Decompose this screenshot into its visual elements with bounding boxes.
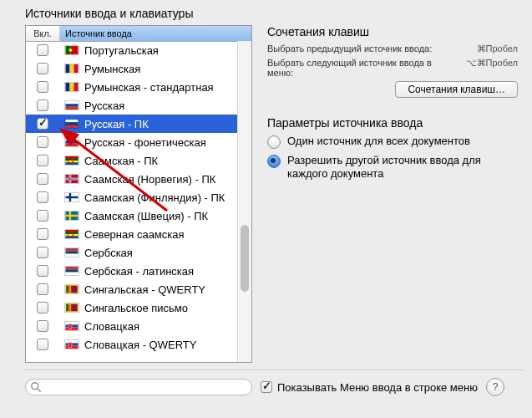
list-item[interactable]: Сербская - латинская [26,262,251,280]
list-item[interactable]: Румынская - стандартная [26,78,251,96]
list-item[interactable]: Саамская - ПК [26,151,251,170]
enable-checkbox[interactable] [37,302,48,314]
svg-rect-6 [66,83,70,91]
svg-rect-45 [66,269,79,272]
list-item[interactable]: Саамская (Норвегия) - ПК [26,170,251,188]
flag-icon [64,229,79,239]
svg-rect-11 [66,107,79,110]
enable-checkbox[interactable] [37,99,48,111]
radio-single-label: Один источник для всех документов [287,135,470,148]
flag-icon [64,247,79,257]
svg-rect-8 [74,83,79,91]
list-body[interactable]: ПортугальскаяРумынскаяРумынская - станда… [26,41,251,362]
list-item[interactable]: Саамская (Швеция) - ПК [26,206,251,225]
list-item[interactable]: Русская - фонетическая [26,133,251,151]
list-item[interactable]: Русская [26,96,251,115]
radio-single-source[interactable]: Один источник для всех документов [267,135,518,149]
source-name: Саамская (Норвегия) - ПК [84,173,215,186]
list-item[interactable]: Северная саамская [26,225,251,243]
svg-rect-34 [66,215,79,217]
svg-rect-44 [66,267,79,269]
flag-icon [64,155,79,166]
flag-icon [64,339,79,349]
source-name: Сербская - латинская [84,265,194,278]
flag-icon [64,321,79,331]
enable-checkbox[interactable] [37,173,48,185]
list-item[interactable]: Румынская [26,59,251,78]
flag-icon [64,82,79,92]
enable-checkbox[interactable] [37,265,48,277]
show-input-menu-checkbox[interactable] [261,381,272,393]
source-name: Сербская [84,247,133,259]
shortcuts-title: Сочетания клавиш [267,25,518,38]
separator [25,370,524,370]
shortcut-prev-value: ⌘Пробел [459,43,518,54]
source-name: Русская - ПК [84,118,149,130]
list-item[interactable]: Португальская [26,41,251,59]
column-header-enabled[interactable]: Вкл. [26,26,60,41]
column-header-source[interactable]: Источник ввода [60,26,251,41]
enable-checkbox[interactable] [37,118,48,130]
shortcut-prev-label: Выбрать предыдущий источник ввода: [267,43,459,54]
scroll-thumb[interactable] [241,225,249,292]
source-name: Португальская [84,44,159,57]
svg-rect-54 [71,304,78,311]
enable-checkbox[interactable] [37,283,48,295]
svg-rect-48 [66,286,68,293]
radio-single-indicator[interactable] [267,135,281,149]
flag-icon [64,64,79,74]
svg-rect-42 [66,251,79,253]
svg-rect-17 [66,144,79,146]
list-item[interactable]: Словацкая [26,317,251,335]
source-name: Русская [84,99,124,112]
enable-checkbox[interactable] [37,155,48,166]
enable-checkbox[interactable] [37,191,48,203]
list-item[interactable]: Словацкая - QWERTY [26,335,251,354]
flag-icon [64,119,79,129]
enable-checkbox[interactable] [37,81,48,93]
enable-checkbox[interactable] [37,136,48,148]
keyboard-shortcuts-button[interactable]: Сочетания клавиш… [395,81,518,98]
search-field-container [25,379,252,395]
svg-rect-49 [68,286,71,293]
svg-rect-15 [66,138,79,140]
enable-checkbox[interactable] [37,210,48,222]
radio-each-indicator[interactable] [267,155,281,168]
flag-icon [64,174,79,184]
source-name: Северная саамская [84,228,185,241]
svg-rect-14 [66,125,79,128]
list-item[interactable]: Саамская (Финляндия) - ПК [26,188,251,206]
list-item[interactable]: Сингальское письмо [26,298,251,317]
source-name: Словацкая [84,320,139,333]
help-button[interactable]: ? [486,378,504,396]
svg-rect-4 [70,64,74,73]
svg-point-2 [68,48,72,52]
enable-checkbox[interactable] [37,247,48,258]
enable-checkbox[interactable] [37,339,48,350]
svg-rect-7 [70,83,74,91]
svg-rect-12 [66,120,79,122]
radio-each-document[interactable]: Разрешить другой источник ввода для кажд… [267,154,518,181]
enable-checkbox[interactable] [37,228,48,240]
search-input[interactable] [25,379,252,395]
enable-checkbox[interactable] [37,44,48,56]
list-item[interactable]: Сербская [26,243,251,262]
source-name: Сингальская - QWERTY [84,283,205,296]
svg-rect-3 [66,64,70,73]
input-sources-list: Вкл. Источник ввода ПортугальскаяРумынск… [25,25,252,363]
enable-checkbox[interactable] [37,63,48,74]
source-name: Румынская - стандартная [84,81,214,94]
svg-rect-43 [66,254,79,257]
radio-each-label: Разрешить другой источник ввода для кажд… [287,154,504,181]
enable-checkbox[interactable] [37,320,48,332]
input-sources-panel: Источники ввода и клавиатуры Вкл. Источн… [0,0,532,418]
svg-rect-28 [66,179,79,180]
list-scrollbar[interactable] [237,41,251,362]
svg-rect-13 [66,122,79,125]
svg-rect-46 [66,273,79,275]
list-item[interactable]: Сингальская - QWERTY [26,280,251,298]
svg-rect-10 [66,104,79,106]
shortcut-next-value: ⌥⌘Пробел [459,58,518,78]
list-item[interactable]: Русская - ПК [26,115,251,133]
flag-icon [64,284,79,294]
